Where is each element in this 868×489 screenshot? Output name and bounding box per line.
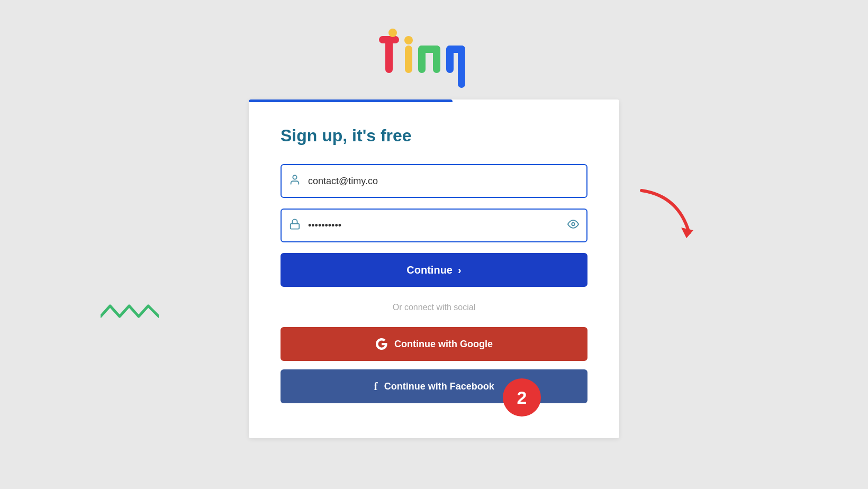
google-button[interactable]: Continue with Google (281, 327, 587, 361)
svg-rect-3 (405, 46, 412, 73)
lock-icon (289, 219, 301, 233)
facebook-label: Continue with Facebook (384, 381, 494, 392)
svg-rect-1 (379, 36, 399, 43)
password-field[interactable] (281, 209, 587, 242)
svg-marker-14 (681, 228, 693, 238)
facebook-icon: f (374, 379, 377, 393)
signup-card: Sign up, it's free Continue › (249, 99, 619, 438)
annotation-arrow (636, 180, 705, 249)
svg-rect-10 (446, 46, 465, 53)
svg-point-4 (404, 36, 413, 44)
svg-rect-7 (433, 46, 440, 73)
logo-area (376, 15, 492, 99)
chevron-right-icon: › (458, 264, 462, 276)
svg-rect-12 (291, 224, 300, 229)
step-badge: 2 (503, 378, 541, 416)
card-title: Sign up, it's free (281, 126, 587, 146)
password-input-group (281, 209, 587, 242)
google-icon (375, 338, 388, 350)
annotation-group: 2 (636, 180, 705, 251)
timy-logo (376, 20, 492, 94)
svg-point-11 (293, 175, 296, 179)
email-input-group (281, 164, 587, 198)
eye-icon[interactable] (567, 219, 579, 233)
or-divider: Or connect with social (281, 303, 587, 312)
svg-point-13 (572, 223, 575, 226)
continue-label: Continue (406, 264, 453, 276)
facebook-button[interactable]: f Continue with Facebook (281, 369, 587, 403)
email-field[interactable] (281, 164, 587, 198)
svg-point-2 (388, 29, 397, 37)
continue-button[interactable]: Continue › (281, 253, 587, 287)
user-icon (289, 174, 301, 188)
zigzag-decoration (101, 301, 159, 322)
google-label: Continue with Google (394, 339, 493, 350)
